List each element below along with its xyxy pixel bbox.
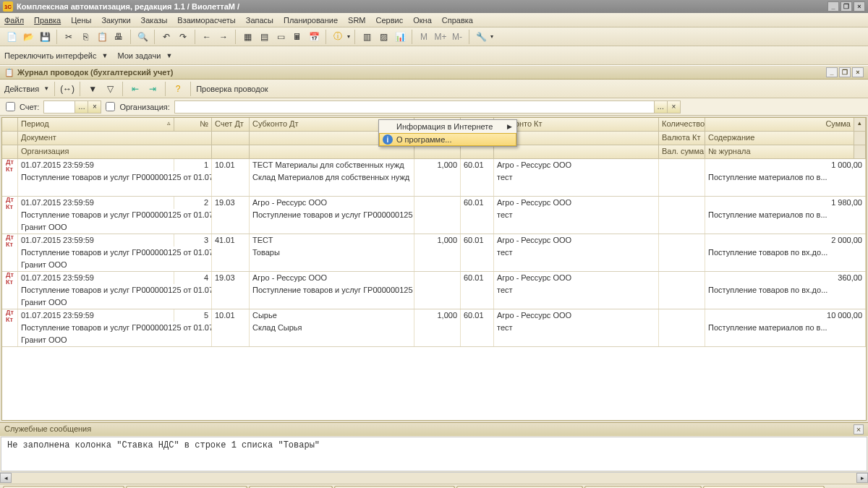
find-icon[interactable]: 🔍 <box>135 30 150 44</box>
calc-icon[interactable]: 🖩 <box>290 30 305 44</box>
maximize-button[interactable]: ❐ <box>841 1 852 12</box>
menu-help[interactable]: Справка <box>442 16 473 25</box>
first-icon[interactable]: ⇤ <box>128 82 142 96</box>
form-icon[interactable]: ▭ <box>273 30 288 44</box>
doc-close-button[interactable]: × <box>852 67 864 77</box>
cut-icon[interactable]: ✂ <box>61 30 76 44</box>
col-subcredit[interactable]: Субконто Кт <box>494 118 659 131</box>
nav-fwd-icon[interactable]: → <box>216 30 231 44</box>
mminus-icon[interactable]: M- <box>450 30 464 44</box>
col-valkt[interactable]: Валюта Кт <box>659 132 705 145</box>
clear-icon[interactable]: × <box>667 101 680 113</box>
menu-windows[interactable]: Окна <box>413 16 432 25</box>
table-row[interactable]: ДтКт 01.07.2015 23:59:59 5 10.01 Сырье 1… <box>2 309 866 347</box>
chart-icon[interactable]: 📊 <box>393 30 407 44</box>
tab-item[interactable]: Поступления товаров и услуг <box>126 486 247 489</box>
menu-prices[interactable]: Цены <box>71 16 91 25</box>
col-content[interactable]: Содержание <box>705 132 854 145</box>
messages-panel: Служебные сообщения × Не заполнена колон… <box>0 422 868 471</box>
grid2-icon[interactable]: ▤ <box>257 30 271 44</box>
menu-purchases[interactable]: Закупки <box>101 16 130 25</box>
report-icon[interactable]: ▨ <box>376 30 391 44</box>
menu-orders[interactable]: Заказы <box>141 16 168 25</box>
filter-icon[interactable]: ▼ <box>85 82 100 96</box>
minimize-button[interactable]: _ <box>827 1 839 12</box>
tool-icon[interactable]: 🔧 <box>474 30 488 44</box>
dropdown-icon[interactable]: ▼ <box>102 52 109 59</box>
actions-menu[interactable]: Действия <box>4 85 39 93</box>
table-row[interactable]: ДтКт 01.07.2015 23:59:59 2 19.03 Агро - … <box>2 197 866 234</box>
doc-minimize-button[interactable]: _ <box>826 67 838 77</box>
m-icon[interactable]: M <box>417 30 431 44</box>
menu-item-internet-info[interactable]: Информация в Интернете ▶ <box>379 120 516 133</box>
col-valsum[interactable]: Вал. сумма ... <box>659 145 705 158</box>
new-icon[interactable]: 📄 <box>4 30 19 44</box>
scroll-up-icon[interactable]: ▴ <box>854 118 866 131</box>
menu-settlements[interactable]: Взаиморасчеты <box>177 16 235 25</box>
help-icon[interactable]: ? <box>171 82 185 96</box>
save-icon[interactable]: 💾 <box>38 30 52 44</box>
org-field[interactable]: … × <box>174 100 681 114</box>
select-icon[interactable]: … <box>654 101 667 113</box>
table-row[interactable]: ДтКт 01.07.2015 23:59:59 4 19.03 Агро - … <box>2 272 866 309</box>
col-org[interactable]: Организация <box>18 145 212 158</box>
my-tasks-link[interactable]: Мои задачи <box>117 51 161 60</box>
table-row[interactable]: ДтКт 01.07.2015 23:59:59 1 10.01 ТЕСТ Ма… <box>2 159 866 197</box>
col-document[interactable]: Документ <box>18 132 212 145</box>
menu-item-about[interactable]: i О программе... <box>379 133 516 146</box>
col-sum[interactable]: Сумма <box>705 118 854 131</box>
last-icon[interactable]: ⇥ <box>145 82 160 96</box>
info-icon[interactable]: ⓘ <box>331 30 345 44</box>
mplus-icon[interactable]: M+ <box>433 30 448 44</box>
account-checkbox[interactable] <box>6 102 15 111</box>
dropdown-icon[interactable]: ▼ <box>43 85 49 92</box>
org-checkbox[interactable] <box>106 102 115 111</box>
account-field[interactable]: … × <box>43 100 101 114</box>
copy-icon[interactable]: ⎘ <box>78 30 93 44</box>
horizontal-scrollbar[interactable]: ◂ ▸ <box>0 472 868 484</box>
menu-bar: Файл Правка Цены Закупки Заказы Взаимора… <box>0 13 868 27</box>
tab-item[interactable]: Поступление из переработки <box>334 486 454 489</box>
grid-icon[interactable]: ▦ <box>240 30 255 44</box>
col-num[interactable]: № <box>174 118 212 131</box>
actions-toolbar: Действия ▼ (↔) ▼ ▽ ⇤ ⇥ ? Проверка провод… <box>0 80 868 98</box>
tab-item[interactable]: ...: покупка, комиссия. Про... <box>584 486 702 489</box>
check-entries-link[interactable]: Проверка проводок <box>196 85 268 93</box>
col-journal[interactable]: № журнала <box>705 145 854 158</box>
col-qtykt[interactable]: Количество ... <box>659 118 705 131</box>
scroll-left-icon[interactable]: ◂ <box>0 473 12 483</box>
grid-header-row3: Организация Вал. сумма ... № журнала <box>2 145 866 159</box>
menu-file[interactable]: Файл <box>4 16 24 25</box>
menu-planning[interactable]: Планирование <box>284 16 338 25</box>
select-icon[interactable]: … <box>75 101 88 113</box>
tab-item[interactable]: Передача товаров <box>249 486 333 489</box>
tab-item[interactable]: Регламентированная и фин... <box>3 486 124 489</box>
tab-item[interactable]: Поступление из з... : Проведен <box>456 486 583 489</box>
calendar-icon[interactable]: 📅 <box>307 30 321 44</box>
switch-interface-link[interactable]: Переключить интерфейс <box>4 51 97 60</box>
menu-stocks[interactable]: Запасы <box>246 16 273 25</box>
doc-icon[interactable]: ▥ <box>359 30 374 44</box>
menu-edit[interactable]: Правка <box>34 16 61 25</box>
doc-maximize-button[interactable]: ❐ <box>839 67 851 77</box>
print-icon[interactable]: 🖶 <box>111 30 126 44</box>
col-period[interactable]: Период ▵ <box>18 118 174 131</box>
col-debit[interactable]: Счет Дт <box>212 118 250 131</box>
undo-icon[interactable]: ↶ <box>159 30 174 44</box>
menu-srm[interactable]: SRM <box>348 16 365 25</box>
close-button[interactable]: × <box>854 1 865 12</box>
open-icon[interactable]: 📂 <box>21 30 35 44</box>
clear-icon[interactable]: × <box>88 101 101 113</box>
tab-item-active[interactable]: Журнал проводок (бухгалте... <box>703 486 825 489</box>
grid-body[interactable]: ДтКт 01.07.2015 23:59:59 1 10.01 ТЕСТ Ма… <box>2 159 866 421</box>
menu-service[interactable]: Сервис <box>376 16 404 25</box>
dropdown-icon[interactable]: ▼ <box>166 52 172 59</box>
filter-off-icon[interactable]: ▽ <box>103 82 117 96</box>
refresh-icon[interactable]: (↔) <box>60 82 75 96</box>
scroll-right-icon[interactable]: ▸ <box>856 473 868 483</box>
messages-close-icon[interactable]: × <box>854 424 864 435</box>
nav-back-icon[interactable]: ← <box>200 30 214 44</box>
redo-icon[interactable]: ↷ <box>176 30 190 44</box>
table-row[interactable]: ДтКт 01.07.2015 23:59:59 3 41.01 ТЕСТ 1,… <box>2 234 866 272</box>
paste-icon[interactable]: 📋 <box>95 30 109 44</box>
